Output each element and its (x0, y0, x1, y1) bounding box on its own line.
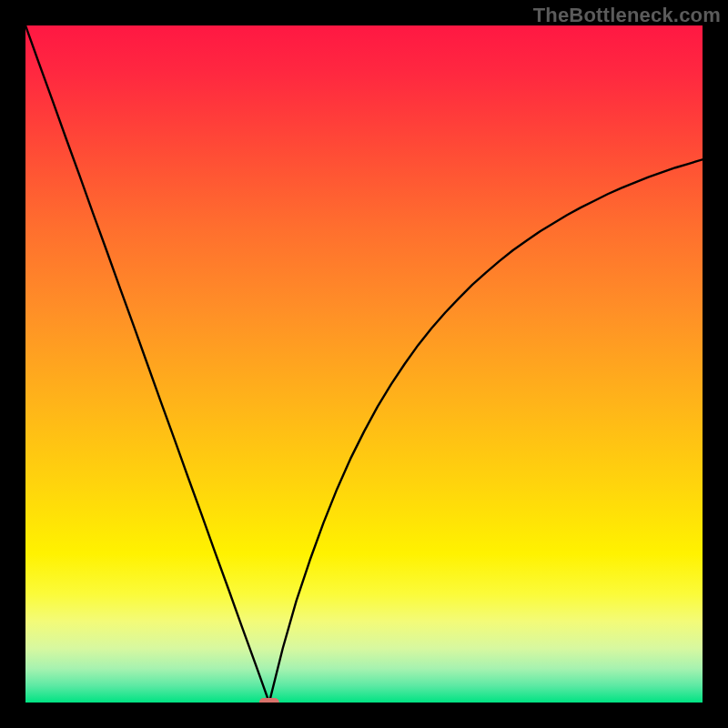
watermark-text: TheBottleneck.com (533, 4, 721, 27)
optimum-marker (259, 698, 279, 703)
chart-frame: TheBottleneck.com (0, 0, 728, 728)
plot-area (25, 25, 703, 703)
bottleneck-chart (25, 25, 703, 703)
gradient-background (25, 25, 703, 703)
